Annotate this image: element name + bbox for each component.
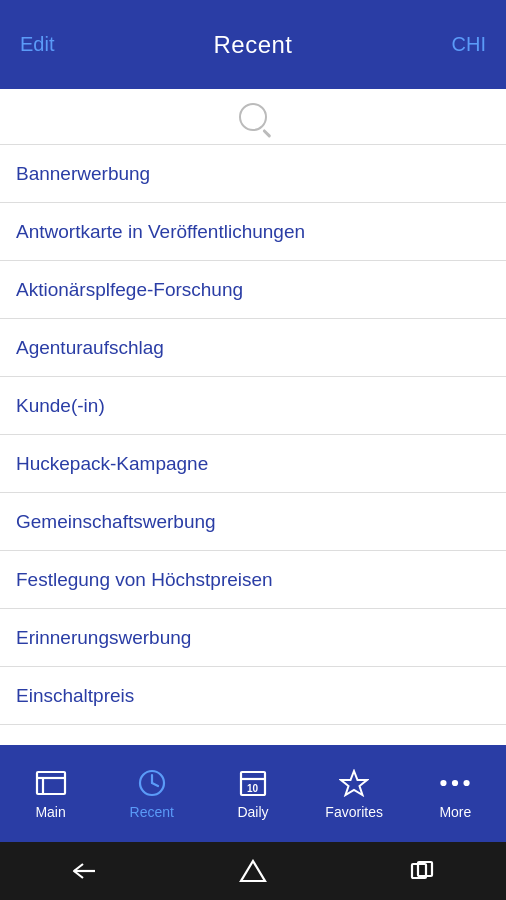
nav-item-daily[interactable]: 10 Daily	[213, 768, 293, 820]
list-item[interactable]: Erinnerungswerbung	[0, 609, 506, 667]
edit-button[interactable]: Edit	[20, 33, 54, 56]
list-item[interactable]: Agenturaufschlag	[0, 319, 506, 377]
main-nav-label: Main	[35, 804, 65, 820]
nav-item-main[interactable]: Main	[11, 768, 91, 820]
list-item-text: Antwortkarte in Veröffentlichungen	[16, 221, 305, 243]
list-item-text: Einschaltpreis	[16, 685, 134, 707]
svg-marker-14	[241, 861, 265, 881]
nav-item-favorites[interactable]: Favorites	[314, 768, 394, 820]
list-item[interactable]: Festlegung von Höchstpreisen	[0, 551, 506, 609]
list-item-text: Bannerwerbung	[16, 163, 150, 185]
favorites-icon	[338, 768, 370, 798]
list-item[interactable]: Huckepack-Kampagne	[0, 435, 506, 493]
list-item[interactable]: Gemeinschaftswerbung	[0, 493, 506, 551]
list-item[interactable]: Bannerwerbung	[0, 145, 506, 203]
svg-text:10: 10	[247, 783, 259, 794]
list-item[interactable]: Kunde(-in)	[0, 377, 506, 435]
list-item-text: Huckepack-Kampagne	[16, 453, 208, 475]
list-item-text: Agenturaufschlag	[16, 337, 164, 359]
favorites-nav-label: Favorites	[325, 804, 383, 820]
recent-icon	[136, 768, 168, 798]
page-title: Recent	[213, 31, 292, 59]
main-icon	[35, 768, 67, 798]
list-item-text: Aktionärsplfege-Forschung	[16, 279, 243, 301]
nav-item-recent[interactable]: Recent	[112, 768, 192, 820]
system-bar	[0, 842, 506, 900]
recents-button[interactable]	[398, 855, 446, 887]
search-bar[interactable]	[0, 89, 506, 145]
chi-button[interactable]: CHI	[452, 33, 486, 56]
recent-list: BannerwerbungAntwortkarte in Veröffentli…	[0, 145, 506, 745]
list-item-text: Gemeinschaftswerbung	[16, 511, 216, 533]
home-button[interactable]	[229, 855, 277, 887]
app-header: Edit Recent CHI	[0, 0, 506, 89]
back-button[interactable]	[60, 855, 108, 887]
svg-rect-0	[37, 772, 65, 794]
list-item[interactable]: Distributionskanal	[0, 725, 506, 745]
svg-line-5	[152, 783, 158, 786]
svg-point-12	[464, 779, 470, 785]
list-item[interactable]: Einschaltpreis	[0, 667, 506, 725]
svg-marker-9	[341, 771, 367, 795]
search-icon	[239, 103, 267, 131]
recent-nav-label: Recent	[130, 804, 174, 820]
list-item-text: Kunde(-in)	[16, 395, 105, 417]
more-icon	[439, 768, 471, 798]
nav-item-more[interactable]: More	[415, 768, 495, 820]
svg-point-11	[452, 779, 458, 785]
daily-icon: 10	[237, 768, 269, 798]
more-nav-label: More	[439, 804, 471, 820]
list-item[interactable]: Aktionärsplfege-Forschung	[0, 261, 506, 319]
list-item[interactable]: Antwortkarte in Veröffentlichungen	[0, 203, 506, 261]
daily-nav-label: Daily	[237, 804, 268, 820]
list-item-text: Festlegung von Höchstpreisen	[16, 569, 273, 591]
list-item-text: Erinnerungswerbung	[16, 627, 191, 649]
svg-point-10	[441, 779, 447, 785]
bottom-navigation: Main Recent 10 Daily Favorites	[0, 745, 506, 842]
